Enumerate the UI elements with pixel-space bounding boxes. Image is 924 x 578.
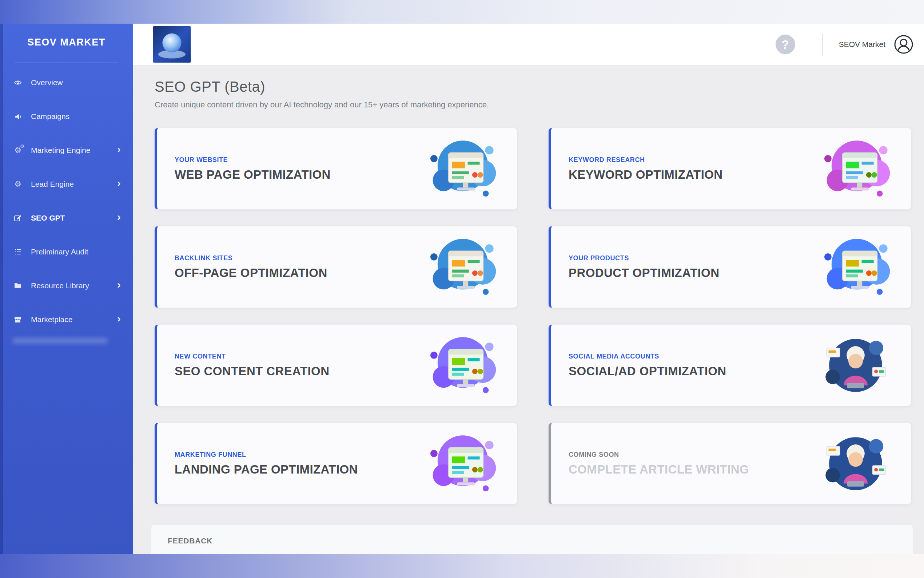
chevron-right-icon: › <box>117 217 121 219</box>
card-complete-article-writing: COMING SOON COMPLETE ARTICLE WRITING <box>549 422 911 505</box>
brand-title: SEOV MARKET <box>0 24 133 48</box>
folder-icon <box>13 281 23 290</box>
sidebar-item-marketing-engine[interactable]: ⚙⚙ Marketing Engine › <box>0 133 133 167</box>
card-product-optimization[interactable]: YOUR PRODUCTS PRODUCT OPTIMIZATION <box>549 226 911 308</box>
card-social-ad-optimization[interactable]: SOCIAL MEDIA ACCOUNTS SOCIAL/AD OPTIMIZA… <box>549 324 911 406</box>
main-content: SEO GPT (Beta) Create unique content dri… <box>133 65 924 554</box>
sidebar-item-campaigns[interactable]: Campaigns <box>0 99 133 133</box>
sidebar-item-resource-library[interactable]: Resource Library › <box>0 269 133 302</box>
seov-logo[interactable] <box>153 26 191 63</box>
sidebar-item-label: SEO GPT <box>31 214 65 222</box>
card-seo-content-creation[interactable]: NEW CONTENT SEO CONTENT CREATION <box>155 324 517 406</box>
tool-card-grid: YOUR WEBSITE WEB PAGE OPTIMIZATION KEYWO… <box>155 128 911 505</box>
card-title: COMPLETE ARTICLE WRITING <box>569 463 749 476</box>
help-button[interactable]: ? <box>775 34 795 54</box>
feedback-bar[interactable]: FEEDBACK <box>151 524 913 554</box>
card-title: WEB PAGE OPTIMIZATION <box>175 168 331 182</box>
article-writing-illustration <box>819 430 892 497</box>
content-illustration <box>425 332 498 399</box>
top-gradient-band <box>0 0 924 24</box>
megaphone-icon <box>13 112 23 121</box>
eye-icon <box>13 78 23 87</box>
chevron-right-icon: › <box>117 318 121 321</box>
card-landing-page-optimization[interactable]: MARKETING FUNNEL LANDING PAGE OPTIMIZATI… <box>155 422 517 505</box>
redacted-text <box>13 338 107 344</box>
edit-square-icon <box>13 214 23 222</box>
gears-icon: ⚙⚙ <box>13 146 23 154</box>
sidebar-item-overview[interactable]: Overview <box>0 65 133 99</box>
sidebar-item-label: Lead Engine <box>31 180 74 188</box>
backlink-illustration <box>425 234 498 300</box>
card-eyebrow: SOCIAL MEDIA ACCOUNTS <box>569 353 727 360</box>
card-title: KEYWORD OPTIMIZATION <box>569 168 723 182</box>
card-eyebrow: YOUR PRODUCTS <box>569 255 719 262</box>
gear-icon: ⚙ <box>13 180 23 188</box>
sidebar-divider <box>15 349 118 349</box>
sidebar-item-preliminary-audit[interactable]: Preliminary Audit <box>0 235 133 269</box>
card-eyebrow: NEW CONTENT <box>175 353 329 360</box>
sidebar-item-label: Resource Library <box>31 281 89 290</box>
checklist-icon <box>13 247 23 256</box>
card-eyebrow: KEYWORD RESEARCH <box>569 156 723 164</box>
sidebar-item-label: Marketing Engine <box>31 146 90 155</box>
card-web-page-optimization[interactable]: YOUR WEBSITE WEB PAGE OPTIMIZATION <box>155 128 517 209</box>
card-off-page-optimization[interactable]: BACKLINK SITES OFF-PAGE OPTIMIZATION <box>155 226 517 308</box>
chevron-right-icon: › <box>117 285 121 287</box>
card-title: SEO CONTENT CREATION <box>175 364 329 378</box>
card-eyebrow: YOUR WEBSITE <box>175 156 331 164</box>
card-eyebrow: BACKLINK SITES <box>175 255 327 262</box>
sidebar-item-label: Campaigns <box>31 112 70 121</box>
user-name[interactable]: SEOV Market <box>839 40 885 49</box>
sidebar-item-label: Marketplace <box>31 315 73 324</box>
storefront-icon <box>13 315 23 324</box>
card-keyword-optimization[interactable]: KEYWORD RESEARCH KEYWORD OPTIMIZATION <box>549 128 911 209</box>
header-divider <box>822 34 823 55</box>
sidebar-item-marketplace[interactable]: Marketplace › <box>0 302 133 336</box>
page-subtitle: Create unique content driven by our AI t… <box>155 100 924 110</box>
page-title: SEO GPT (Beta) <box>155 79 924 95</box>
web-page-illustration <box>425 136 498 202</box>
user-circle-icon[interactable] <box>893 34 914 55</box>
top-header: ? SEOV Market <box>133 24 924 65</box>
card-title: OFF-PAGE OPTIMIZATION <box>175 266 327 280</box>
sidebar-nav: Overview Campaigns ⚙⚙ Marketing Engine › <box>0 63 133 336</box>
sidebar-item-label: Overview <box>31 78 63 87</box>
sidebar: SEOV MARKET Overview Campaigns <box>0 24 133 554</box>
card-title: SOCIAL/AD OPTIMIZATION <box>569 364 727 378</box>
card-title: PRODUCT OPTIMIZATION <box>569 266 719 280</box>
social-illustration <box>819 332 892 399</box>
card-title: LANDING PAGE OPTIMIZATION <box>175 463 358 476</box>
app-window: SEOV MARKET Overview Campaigns <box>0 24 924 554</box>
chevron-right-icon: › <box>117 149 121 151</box>
landing-page-illustration <box>425 430 498 497</box>
card-eyebrow: MARKETING FUNNEL <box>175 451 358 459</box>
bottom-gradient-band <box>0 554 924 578</box>
chevron-right-icon: › <box>117 183 121 185</box>
sidebar-item-label: Preliminary Audit <box>31 247 88 256</box>
feedback-label: FEEDBACK <box>151 525 913 545</box>
card-eyebrow: COMING SOON <box>569 451 749 459</box>
keyword-illustration <box>819 136 892 202</box>
header-actions: ? SEOV Market <box>775 34 914 55</box>
product-illustration <box>819 234 892 300</box>
sidebar-item-lead-engine[interactable]: ⚙ Lead Engine › <box>0 167 133 201</box>
sidebar-item-seo-gpt[interactable]: SEO GPT › <box>0 201 133 235</box>
